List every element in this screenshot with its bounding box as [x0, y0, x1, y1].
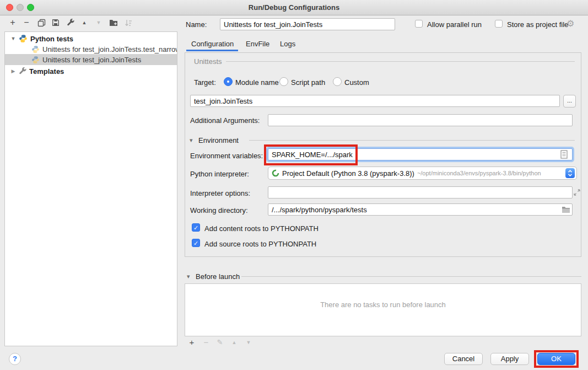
tree-item-label: Python tests [30, 35, 73, 43]
tab-configuration[interactable]: Configuration [191, 40, 234, 48]
module-name-input[interactable] [190, 95, 560, 107]
working-directory-label: Working directory: [190, 206, 248, 215]
before-launch-line [241, 276, 581, 277]
additional-arguments-label: Additional Arguments: [190, 116, 260, 125]
help-button[interactable]: ? [9, 353, 21, 365]
add-configuration-icon[interactable]: + [8, 18, 18, 28]
unittests-group-title: Unittests [194, 57, 222, 66]
task-move-up-icon[interactable]: ▲ [229, 337, 239, 347]
python-icon [31, 45, 40, 53]
before-launch-empty-message: There are no tasks to run before launch [185, 301, 581, 309]
check-icon: ✓ [193, 224, 198, 231]
radio-custom-label: Custom [344, 78, 369, 87]
active-tab-underline [186, 50, 238, 51]
remove-task-icon[interactable]: − [201, 337, 211, 347]
radio-script-path-label: Script path [291, 78, 325, 87]
radio-module-name[interactable] [224, 77, 233, 86]
working-directory-input[interactable] [268, 203, 573, 216]
tree-item-label: Templates [29, 67, 64, 76]
python-icon [31, 56, 40, 64]
before-launch-chevron-icon[interactable]: ▾ [187, 273, 190, 280]
allow-parallel-run-checkbox[interactable] [415, 20, 423, 28]
python-interpreter-select[interactable]: Project Default (Python 3.8 (pyspark-3.8… [268, 167, 577, 180]
sort-configurations-icon[interactable] [123, 18, 133, 28]
cancel-button[interactable]: Cancel [444, 353, 483, 365]
new-folder-icon[interactable] [109, 18, 118, 28]
ok-button[interactable]: OK [537, 353, 575, 365]
additional-arguments-input[interactable] [268, 114, 573, 126]
allow-parallel-run-label: Allow parallel run [427, 20, 482, 29]
tab-envfile[interactable]: EnvFile [246, 40, 269, 48]
radio-module-name-label: Module name [235, 78, 279, 87]
expand-field-icon[interactable] [574, 188, 580, 198]
edit-templates-icon[interactable] [66, 18, 75, 28]
browse-module-button[interactable]: ... [563, 95, 576, 108]
env-variables-editor-icon[interactable] [560, 150, 568, 161]
add-task-icon[interactable]: + [187, 337, 197, 347]
group-title-line [226, 61, 575, 62]
run-debug-configurations-dialog: Run/Debug Configurations + − ▲ ▼ ▼ Pytho… [0, 0, 588, 370]
add-content-roots-checkbox[interactable]: ✓ [192, 223, 200, 232]
before-launch-title: Before launch [196, 272, 240, 281]
copy-configuration-icon[interactable] [36, 18, 46, 28]
remove-configuration-icon[interactable]: − [21, 18, 31, 28]
name-label: Name: [186, 20, 207, 29]
tree-item-label: Unittests for test_join.JoinTests [42, 56, 141, 64]
wrench-icon [19, 67, 26, 75]
move-down-icon[interactable]: ▼ [94, 18, 104, 28]
tree-item-label: Unittests for test_join.JoinTests.test_n… [42, 45, 177, 53]
store-as-project-file-label: Store as project file [507, 20, 568, 29]
add-content-roots-label: Add content roots to PYTHONPATH [204, 224, 319, 233]
task-move-down-icon[interactable]: ▼ [244, 337, 253, 347]
chevron-collapsed-icon[interactable]: ▶ [10, 68, 16, 74]
tree-item-test-narrow[interactable]: Unittests for test_join.JoinTests.test_n… [5, 44, 177, 55]
add-source-roots-checkbox[interactable]: ✓ [192, 239, 200, 247]
python-icon [19, 34, 28, 43]
python-interpreter-value: Project Default (Python 3.8 (pyspark-3.8… [282, 169, 414, 178]
folder-browse-icon[interactable] [562, 206, 570, 216]
environment-section-line [249, 140, 575, 141]
gear-icon[interactable]: ⚙ [567, 18, 574, 29]
window-title: Run/Debug Configurations [0, 3, 588, 12]
tab-logs[interactable]: Logs [280, 40, 295, 48]
radio-custom[interactable] [333, 77, 342, 86]
before-launch-task-list: There are no tasks to run before launch [185, 283, 581, 336]
environment-section-chevron-icon[interactable]: ▾ [190, 137, 193, 144]
title-bar: Run/Debug Configurations [0, 0, 588, 15]
combo-stepper-icon[interactable] [565, 168, 575, 178]
tree-item-python-tests[interactable]: ▼ Python tests [5, 33, 177, 44]
environment-section-title: Environment [198, 136, 239, 144]
add-source-roots-label: Add source roots to PYTHONPATH [204, 240, 316, 248]
conda-env-icon [272, 169, 279, 177]
check-icon: ✓ [193, 240, 198, 246]
radio-script-path[interactable] [279, 77, 288, 86]
configurations-tree: ▼ Python tests Unittests for test_join.J… [4, 31, 177, 346]
tree-item-jointests-selected[interactable]: Unittests for test_join.JoinTests [5, 54, 177, 65]
target-label: Target: [194, 78, 216, 87]
move-up-icon[interactable]: ▲ [79, 18, 89, 28]
store-as-project-file-checkbox[interactable] [495, 20, 503, 28]
tree-item-templates[interactable]: ▶ Templates [5, 66, 177, 77]
apply-button[interactable]: Apply [490, 353, 529, 365]
name-input[interactable] [220, 18, 395, 30]
environment-variables-label: Environment variables: [190, 152, 263, 160]
save-configuration-icon[interactable] [51, 18, 61, 28]
python-interpreter-path: ~/opt/miniconda3/envs/pyspark-3.8/bin/py… [417, 170, 541, 176]
interpreter-options-input[interactable] [268, 186, 573, 199]
chevron-expanded-icon[interactable]: ▼ [10, 36, 16, 41]
python-interpreter-label: Python interpreter: [190, 170, 249, 178]
edit-task-icon[interactable]: ✎ [215, 337, 225, 347]
environment-variables-input[interactable] [268, 148, 573, 160]
interpreter-options-label: Interpreter options: [190, 189, 250, 197]
